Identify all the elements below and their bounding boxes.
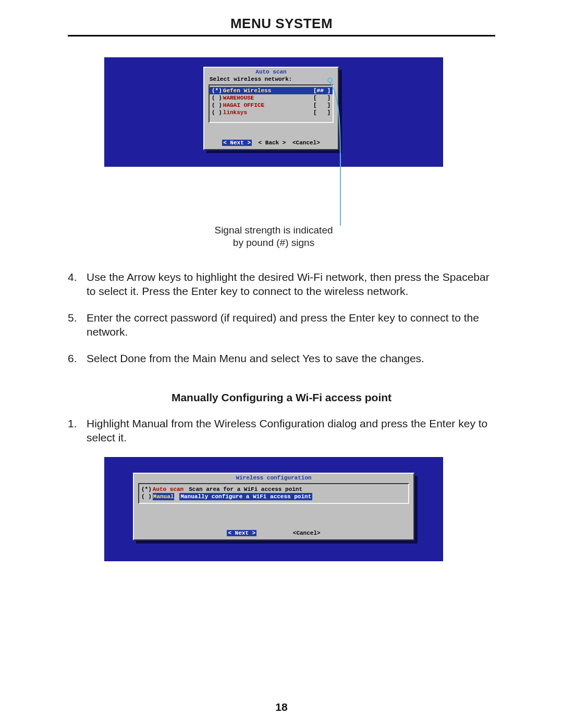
signal-strength: [ ]: [313, 109, 331, 116]
network-row[interactable]: ( ) linksys [ ]: [212, 109, 331, 116]
signal-strength: [ ]: [313, 102, 331, 109]
option-row[interactable]: ( ) Manual Manually configure a WiFi acc…: [141, 493, 406, 500]
callout-line1: Signal strength is indicated: [214, 225, 333, 236]
radio-icon: ( ): [212, 94, 222, 102]
wireless-config-dialog: Wireless configuration (*) Auto scan Sca…: [133, 473, 414, 540]
network-name: WAREHOUSE: [223, 94, 254, 102]
step-text: Enter the correct password (if required)…: [87, 311, 495, 339]
radio-icon: ( ): [212, 109, 222, 116]
step: 5. Enter the correct password (if requir…: [68, 311, 495, 339]
network-row[interactable]: ( ) WAREHOUSE [ ]: [212, 94, 331, 102]
network-name: HAGAI OFFICE: [223, 102, 264, 109]
steps-list-a: 4. Use the Arrow keys to highlight the d…: [68, 270, 495, 365]
page-title: MENU SYSTEM: [68, 16, 495, 35]
radio-icon: (*): [212, 87, 222, 94]
network-row[interactable]: ( ) HAGAI OFFICE [ ]: [212, 102, 331, 109]
title-rule: [68, 35, 495, 36]
dialog-prompt: Select wireless network:: [210, 76, 338, 82]
network-name: linksys: [223, 109, 247, 116]
option-list: (*) Auto scan Scan area for a WiFi acces…: [138, 483, 409, 504]
step-text: Use the Arrow keys to highlight the desi…: [87, 270, 495, 298]
subheading: Manually Configuring a Wi-Fi access poin…: [68, 391, 495, 404]
dialog-title: Auto scan: [204, 69, 338, 75]
next-button[interactable]: < Next >: [222, 140, 252, 146]
steps-list-b: 1. Highlight Manual from the Wireless Co…: [68, 416, 495, 445]
screenshot-bg: Wireless configuration (*) Auto scan Sca…: [104, 457, 443, 561]
cancel-button[interactable]: <Cancel>: [293, 530, 321, 536]
callout-line2: by pound (#) signs: [233, 237, 314, 248]
network-name: Gefen Wireless: [223, 87, 271, 94]
cancel-button[interactable]: <Cancel>: [292, 140, 320, 146]
option-row[interactable]: (*) Auto scan Scan area for a WiFi acces…: [141, 486, 406, 493]
screenshot-wireless-config: Wireless configuration (*) Auto scan Sca…: [104, 457, 495, 561]
option-desc: Scan area for a WiFi access point: [189, 486, 302, 493]
option-label: Manual: [153, 493, 175, 500]
dialog-buttons: < Next > <Cancel>: [134, 530, 413, 536]
screenshot-bg: Auto scan Select wireless network: (*) G…: [104, 57, 443, 167]
radio-icon: ( ): [212, 102, 222, 109]
step-number: 6.: [68, 351, 87, 365]
screenshot-auto-scan: Auto scan Select wireless network: (*) G…: [104, 57, 495, 167]
step: 1. Highlight Manual from the Wireless Co…: [68, 416, 495, 445]
dialog-title: Wireless configuration: [134, 475, 413, 481]
network-row[interactable]: (*) Gefen Wireless [## ]: [210, 87, 333, 94]
step-number: 1.: [68, 416, 87, 445]
page-number: 18: [0, 701, 563, 713]
step-number: 5.: [68, 311, 87, 339]
callout-text: Signal strength is indicated by pound (#…: [104, 224, 443, 249]
step-number: 4.: [68, 270, 87, 298]
option-label: Auto scan: [153, 486, 183, 493]
dialog-buttons: < Next > < Back > <Cancel>: [204, 140, 338, 146]
radio-icon: (*): [141, 486, 152, 493]
option-desc: Manually configure a WiFi access point: [179, 493, 312, 500]
back-button[interactable]: < Back >: [259, 140, 286, 146]
step: 6. Select Done from the Main Menu and se…: [68, 351, 495, 365]
step-text: Highlight Manual from the Wireless Confi…: [87, 416, 495, 445]
step-text: Select Done from the Main Menu and selec…: [87, 351, 495, 365]
signal-strength: [ ]: [313, 94, 331, 102]
page: MENU SYSTEM Auto scan Select wireless ne…: [0, 0, 563, 728]
next-button[interactable]: < Next >: [227, 530, 256, 536]
signal-strength: [## ]: [313, 87, 331, 94]
network-list: (*) Gefen Wireless [## ] ( ) WAREHOUSE […: [209, 84, 334, 123]
auto-scan-dialog: Auto scan Select wireless network: (*) G…: [203, 67, 339, 150]
radio-icon: ( ): [141, 493, 152, 500]
step: 4. Use the Arrow keys to highlight the d…: [68, 270, 495, 298]
